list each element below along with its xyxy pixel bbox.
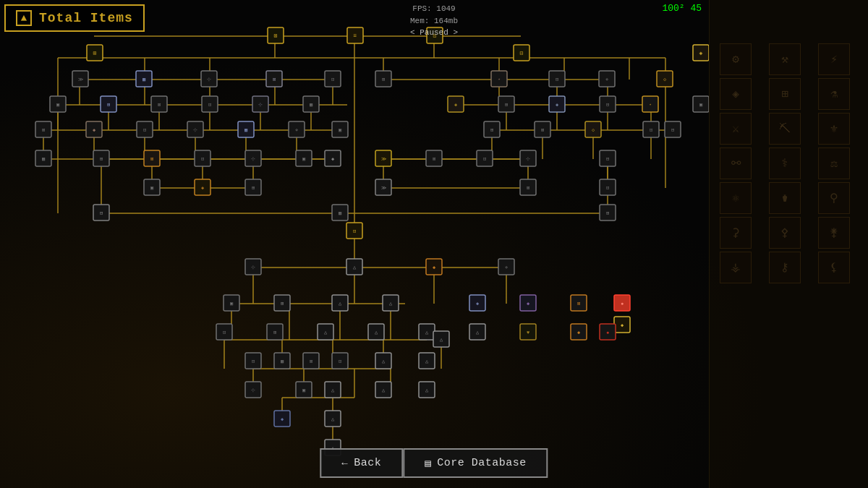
fps-text: FPS: 1049 (410, 3, 458, 15)
bottom-buttons: ← Back ▤ Core Database (320, 448, 548, 478)
bg-icon: ⚒ (769, 43, 801, 75)
svg-text:⊠: ⊠ (42, 127, 45, 133)
back-icon: ← (341, 458, 348, 469)
svg-text:⊹: ⊹ (193, 127, 197, 133)
svg-text:⊹: ⊹ (251, 388, 255, 393)
svg-text:⊠: ⊠ (541, 127, 544, 133)
svg-text:⊹: ⊹ (251, 265, 255, 270)
svg-text:⊟: ⊟ (606, 102, 609, 108)
svg-text:◈: ◈ (699, 50, 703, 56)
svg-text:⊞: ⊞ (252, 185, 255, 191)
bg-icon: ⚕ (769, 147, 801, 179)
bg-icon: ⚛ (720, 182, 752, 214)
svg-text:⊡: ⊡ (650, 127, 652, 133)
svg-text:⊞: ⊞ (382, 77, 385, 82)
svg-text:⊠: ⊠ (158, 102, 161, 108)
svg-text:⊡: ⊡ (331, 77, 334, 82)
bg-icon: ⚸ (818, 252, 850, 283)
bg-icon: ⚴ (769, 217, 801, 249)
bg-icon: ⚖ (818, 147, 850, 179)
svg-text:⊟: ⊟ (606, 156, 609, 162)
bg-icon: ⚯ (720, 147, 752, 179)
bg-icon: ⚲ (818, 182, 850, 214)
svg-text:≡: ≡ (354, 33, 357, 39)
svg-text:⊞: ⊞ (606, 210, 609, 216)
bg-icon: ⊞ (769, 78, 801, 110)
svg-text:⊡: ⊡ (339, 359, 341, 364)
bg-icon: ⚙ (720, 43, 752, 75)
svg-text:⊹: ⊹ (258, 102, 263, 108)
bg-icon: ⚗ (818, 78, 850, 110)
svg-text:⊡: ⊡ (223, 330, 226, 335)
bg-icon: ⚔ (720, 113, 752, 145)
svg-text:⊠: ⊠ (577, 301, 580, 307)
svg-text:≫: ≫ (381, 185, 386, 191)
bg-icon: ⚷ (769, 252, 801, 283)
svg-text:⊞: ⊞ (100, 156, 103, 162)
svg-text:⊠: ⊠ (433, 156, 435, 162)
svg-text:⊡: ⊡ (208, 102, 211, 108)
bg-icon: ⛏ (769, 113, 801, 145)
database-icon: ▤ (425, 457, 431, 469)
svg-text:●: ● (621, 301, 624, 307)
paused-text: < Paused > (410, 27, 458, 39)
bg-icons: ⚙ ⚒ ⚡ ◈ ⊞ ⚗ ⚔ ⛏ ⚜ ⚯ ⚕ ⚖ ⚛ ⚱ ⚲ ⚳ ⚴ ⚵ ⚶ ⚷ … (720, 43, 864, 283)
svg-text:⊟: ⊟ (100, 210, 103, 216)
svg-text:≫: ≫ (78, 77, 83, 82)
back-button[interactable]: ← Back (320, 448, 403, 478)
title-arrow-icon: ▲ (16, 10, 32, 26)
bg-icon: ⚱ (769, 182, 801, 214)
svg-text:⊡: ⊡ (143, 127, 146, 133)
svg-text:⊟: ⊟ (252, 359, 255, 364)
svg-text:⊞: ⊞ (281, 301, 284, 307)
svg-text:⊟: ⊟ (520, 50, 524, 56)
svg-text:⊡: ⊡ (483, 156, 486, 162)
core-database-label: Core Database (437, 457, 527, 469)
svg-text:⊞: ⊞ (93, 50, 97, 56)
svg-text:⋄: ⋄ (505, 265, 508, 270)
svg-text:⊹: ⊹ (526, 156, 530, 162)
svg-text:⊞: ⊞ (505, 102, 508, 108)
top-right-counter: 100² 45 (662, 3, 702, 14)
svg-text:⊠: ⊠ (527, 185, 529, 191)
svg-text:♥: ♥ (527, 330, 529, 335)
back-label: Back (354, 457, 381, 469)
top-hud: FPS: 1049 Mem: 164mb < Paused > (410, 3, 458, 39)
svg-text:⊹: ⊹ (207, 77, 211, 82)
svg-text:⋄: ⋄ (295, 127, 298, 133)
mem-text: Mem: 164mb (410, 15, 458, 27)
svg-text:⊡: ⊡ (201, 156, 204, 162)
svg-text:⋆: ⋆ (649, 102, 652, 108)
bg-icon: ⚜ (818, 113, 850, 145)
svg-text:≫: ≫ (381, 156, 386, 162)
tree-canvas: ≡ ⊞ ⊠ ⊡ ⊟ ◈ ▦ ≫ ⊹ ⊠ ⊡ ⊞ ⋆ ⊟ ⋄ ◇ (0, 0, 709, 488)
bg-icon: ⚶ (720, 252, 752, 283)
svg-text:⋄: ⋄ (605, 77, 608, 82)
svg-text:⊟: ⊟ (556, 77, 558, 82)
svg-text:⊞: ⊞ (273, 330, 276, 335)
svg-text:⋆: ⋆ (498, 77, 501, 82)
svg-text:⊠: ⊠ (150, 156, 153, 162)
bg-icon: ⚳ (720, 217, 752, 249)
bg-icon: ◈ (720, 78, 752, 110)
title-label: Total Items (39, 11, 133, 25)
bg-icon: ⚵ (818, 217, 850, 249)
svg-text:⊠: ⊠ (274, 33, 278, 39)
svg-text:●: ● (606, 330, 609, 335)
svg-text:⊞: ⊞ (490, 127, 493, 133)
svg-text:⊞: ⊞ (107, 102, 110, 108)
svg-text:⊡: ⊡ (606, 185, 609, 191)
svg-text:⊟: ⊟ (671, 127, 674, 133)
title-box: ▲ Total Items (4, 4, 145, 32)
bg-icon: ⚡ (818, 43, 850, 75)
svg-text:⊠: ⊠ (310, 359, 312, 364)
svg-text:⊹: ⊹ (251, 156, 255, 162)
svg-text:⊡: ⊡ (353, 228, 356, 234)
core-database-button[interactable]: ▤ Core Database (403, 448, 548, 478)
svg-text:⊠: ⊠ (273, 77, 276, 82)
